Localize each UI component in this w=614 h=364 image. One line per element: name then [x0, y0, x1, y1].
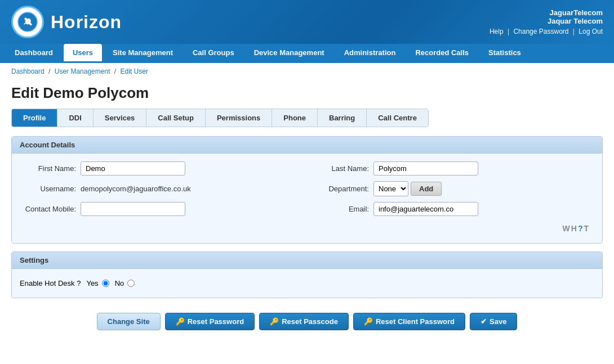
department-select[interactable]: None [373, 181, 408, 196]
department-group: Department: None Add [313, 181, 594, 196]
logo-icon [11, 6, 44, 38]
breadcrumb-user-management[interactable]: User Management [55, 68, 110, 75]
first-name-label: First Name: [20, 164, 76, 173]
contact-mobile-label: Contact Mobile: [20, 205, 76, 213]
username-group: Username: demopolycom@jaguaroffice.co.uk [20, 185, 301, 193]
nav-tab-administration[interactable]: Administration [335, 44, 405, 61]
company2: Jaquar Telecom [490, 17, 603, 25]
logout-link[interactable]: Log Out [579, 28, 603, 35]
last-name-label: Last Name: [313, 164, 369, 173]
nav-tab-recorded-calls[interactable]: Recorded Calls [406, 44, 478, 61]
sub-tab-profile[interactable]: Profile [12, 109, 57, 127]
sub-tab-call-centre[interactable]: Call Centre [367, 109, 428, 127]
sub-tab-call-setup[interactable]: Call Setup [146, 109, 206, 127]
nav-tab-statistics[interactable]: Statistics [479, 44, 530, 61]
no-label: No [115, 279, 124, 287]
reset-passcode-icon: 🔑 [270, 317, 279, 326]
bottom-bar: Change Site 🔑 Reset Password 🔑 Reset Pas… [0, 307, 614, 336]
breadcrumb-edit-user: Edit User [121, 68, 148, 75]
help-link[interactable]: Help [490, 28, 504, 35]
hot-desk-row: Enable Hot Desk ? Yes No [20, 277, 594, 290]
header: Horizon JaguarTelecom Jaquar Telecom Hel… [0, 0, 614, 44]
logo-text: Horizon [51, 12, 122, 33]
last-name-group: Last Name: [313, 161, 594, 176]
user-info: JaguarTelecom Jaquar Telecom Help | Chan… [490, 8, 603, 35]
breadcrumb: Dashboard / User Management / Edit User [0, 63, 614, 80]
reset-client-password-button[interactable]: 🔑 Reset Client Password [353, 313, 465, 330]
add-department-button[interactable]: Add [411, 182, 442, 196]
username-label: Username: [20, 185, 76, 193]
form-row-username-dept: Username: demopolycom@jaguaroffice.co.uk… [20, 181, 594, 196]
reset-passcode-button[interactable]: 🔑 Reset Passcode [259, 313, 349, 330]
hot-desk-label: Enable Hot Desk ? [20, 279, 81, 287]
settings-section: Settings Enable Hot Desk ? Yes No [11, 251, 603, 298]
settings-header: Settings [12, 252, 602, 269]
sub-tab-ddi[interactable]: DDI [57, 109, 93, 127]
save-icon: ✔ [480, 317, 487, 326]
save-label: Save [490, 317, 506, 326]
main-content: Account Details First Name: Last Name: U… [11, 136, 603, 298]
sub-tab-barring[interactable]: Barring [318, 109, 367, 127]
reset-client-password-label: Reset Client Password [376, 317, 455, 326]
settings-body: Enable Hot Desk ? Yes No [12, 269, 602, 298]
account-details-section: Account Details First Name: Last Name: U… [11, 136, 603, 244]
reset-passcode-label: Reset Passcode [282, 317, 338, 326]
reset-password-icon: 🔑 [176, 317, 185, 326]
account-details-header: Account Details [12, 137, 602, 154]
reset-password-label: Reset Password [188, 317, 244, 326]
nav-tab-users[interactable]: Users [64, 44, 102, 61]
nav-tab-site-management[interactable]: Site Management [104, 44, 182, 61]
form-row-names: First Name: Last Name: [20, 161, 594, 176]
hot-desk-yes-radio[interactable] [102, 280, 109, 287]
sub-tabs: Profile DDI Services Call Setup Permissi… [11, 109, 429, 127]
username-value: demopolycom@jaguaroffice.co.uk [81, 185, 191, 193]
first-name-input[interactable] [81, 161, 185, 176]
contact-mobile-input[interactable] [81, 202, 185, 216]
hot-desk-yes-group: Yes [86, 279, 109, 287]
what-badge: WH?T [20, 222, 594, 235]
email-label: Email: [313, 205, 369, 213]
hot-desk-no-radio[interactable] [127, 280, 135, 287]
last-name-input[interactable] [373, 161, 478, 176]
save-button[interactable]: ✔ Save [470, 313, 517, 330]
reset-client-password-icon: 🔑 [364, 317, 373, 326]
contact-mobile-group: Contact Mobile: [20, 202, 301, 216]
company1: JaguarTelecom [490, 8, 603, 17]
change-password-link[interactable]: Change Password [513, 28, 568, 35]
page-title: Edit Demo Polycom [0, 80, 614, 109]
header-links: Help | Change Password | Log Out [490, 28, 603, 35]
nav-tab-device-management[interactable]: Device Management [245, 44, 333, 61]
account-details-body: First Name: Last Name: Username: demopol… [12, 154, 602, 243]
sub-tab-phone[interactable]: Phone [272, 109, 318, 127]
breadcrumb-dashboard[interactable]: Dashboard [11, 68, 45, 75]
first-name-group: First Name: [20, 161, 301, 176]
department-label: Department: [313, 185, 369, 193]
logo-area: Horizon [11, 6, 122, 38]
nav-tab-dashboard[interactable]: Dashboard [6, 44, 62, 61]
email-group: Email: [313, 202, 594, 216]
change-site-button[interactable]: Change Site [97, 313, 161, 330]
reset-password-button[interactable]: 🔑 Reset Password [165, 313, 255, 330]
form-row-mobile-email: Contact Mobile: Email: [20, 202, 594, 216]
nav-tab-call-groups[interactable]: Call Groups [184, 44, 243, 61]
yes-label: Yes [86, 279, 98, 287]
sub-tab-permissions[interactable]: Permissions [206, 109, 272, 127]
hot-desk-no-group: No [115, 279, 135, 287]
department-select-group: None Add [373, 181, 442, 196]
nav-bar: Dashboard Users Site Management Call Gro… [0, 44, 614, 63]
email-input[interactable] [373, 202, 478, 216]
sub-tab-services[interactable]: Services [94, 109, 147, 127]
